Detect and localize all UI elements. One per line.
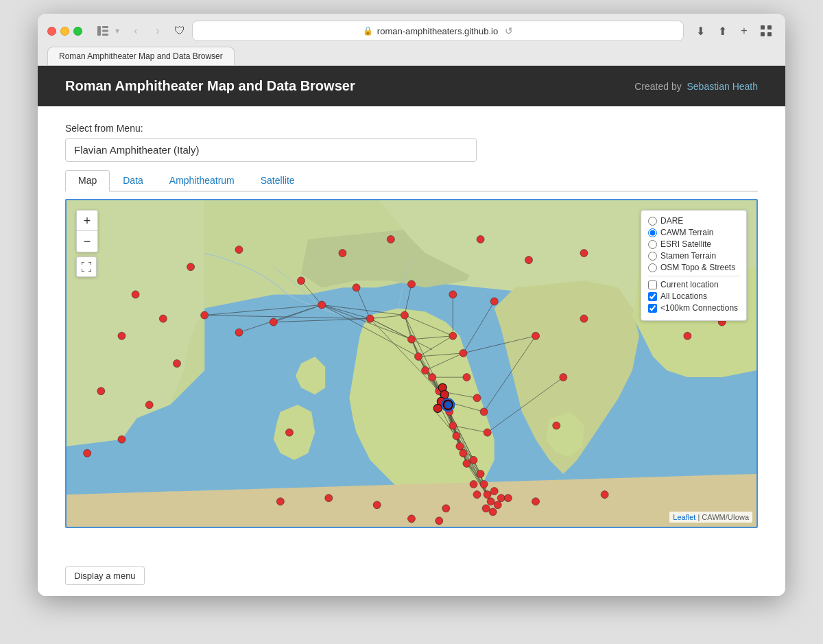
svg-point-114 bbox=[366, 315, 374, 322]
app-content: Select from Menu: Map Data Amphitheatrum… bbox=[38, 106, 785, 556]
svg-point-134 bbox=[480, 408, 488, 416]
back-button[interactable]: ‹ bbox=[126, 21, 145, 40]
layer-option-current-location[interactable]: Current location bbox=[648, 280, 739, 289]
tab-data[interactable]: Data bbox=[110, 170, 156, 191]
layer-option-connections[interactable]: <100km Connections bbox=[648, 303, 739, 313]
svg-point-167 bbox=[532, 332, 540, 339]
zoom-out-button[interactable]: − bbox=[77, 231, 97, 252]
svg-point-130 bbox=[449, 332, 457, 339]
svg-point-173 bbox=[276, 498, 284, 505]
layer-esri-label: ESRI Satellite bbox=[660, 239, 711, 249]
svg-point-160 bbox=[201, 311, 208, 319]
svg-rect-3 bbox=[102, 34, 108, 36]
layer-connections-label: <100km Connections bbox=[660, 303, 738, 313]
shield-icon: 🛡 bbox=[174, 25, 185, 37]
svg-point-168 bbox=[560, 374, 567, 381]
app-header: Roman Amphitheater Map and Data Browser … bbox=[38, 66, 785, 106]
svg-point-119 bbox=[449, 291, 457, 298]
new-tab-button[interactable]: + bbox=[735, 21, 754, 40]
svg-point-165 bbox=[132, 291, 139, 298]
svg-rect-1 bbox=[102, 26, 108, 28]
svg-point-179 bbox=[477, 235, 484, 243]
fullscreen-button[interactable] bbox=[76, 257, 97, 277]
map-container[interactable]: + − DARE CAWM Ter bbox=[65, 199, 758, 528]
svg-point-188 bbox=[84, 449, 91, 457]
svg-point-186 bbox=[97, 387, 105, 395]
tab-amphitheatrum[interactable]: Amphitheatrum bbox=[156, 170, 248, 191]
download-button[interactable]: ⬇ bbox=[691, 21, 710, 40]
svg-point-187 bbox=[118, 436, 126, 443]
app-credit: Created by Sebastian Heath bbox=[634, 81, 758, 92]
svg-point-174 bbox=[442, 505, 450, 512]
app-title: Roman Amphitheater Map and Data Browser bbox=[65, 78, 355, 94]
svg-point-122 bbox=[415, 353, 422, 360]
svg-point-185 bbox=[118, 332, 126, 339]
tab-map[interactable]: Map bbox=[65, 170, 110, 192]
layer-option-osm[interactable]: OSM Topo & Streets bbox=[648, 263, 739, 272]
svg-point-193 bbox=[444, 401, 451, 408]
sidebar-icon[interactable] bbox=[93, 23, 112, 39]
svg-point-154 bbox=[504, 494, 512, 502]
svg-point-183 bbox=[187, 263, 195, 271]
traffic-lights bbox=[47, 27, 82, 36]
svg-point-152 bbox=[470, 481, 477, 488]
location-select-input[interactable] bbox=[65, 138, 477, 162]
layer-all-locations-label: All Locations bbox=[660, 291, 707, 301]
grid-button[interactable] bbox=[756, 21, 776, 40]
display-menu-button[interactable]: Display a menu bbox=[65, 567, 145, 585]
close-window-button[interactable] bbox=[47, 27, 56, 36]
leaflet-link[interactable]: Leaflet bbox=[673, 513, 695, 521]
bottom-bar: Display a menu bbox=[38, 556, 785, 596]
svg-point-169 bbox=[553, 422, 560, 429]
svg-point-156 bbox=[482, 505, 490, 512]
browser-tabs: Roman Amphitheater Map and Data Browser bbox=[47, 47, 776, 65]
svg-point-129 bbox=[453, 432, 460, 440]
map-zoom-controls: + − bbox=[76, 210, 98, 252]
layer-option-stamen[interactable]: Stamen Terrain bbox=[648, 251, 739, 261]
svg-point-128 bbox=[449, 422, 457, 429]
maximize-window-button[interactable] bbox=[73, 27, 82, 36]
minimize-window-button[interactable] bbox=[60, 27, 69, 36]
svg-point-180 bbox=[525, 257, 532, 264]
layer-option-dare[interactable]: DARE bbox=[648, 216, 739, 226]
svg-point-131 bbox=[460, 349, 467, 357]
svg-point-132 bbox=[463, 374, 470, 381]
svg-point-175 bbox=[532, 498, 540, 505]
forward-button[interactable]: › bbox=[148, 21, 167, 40]
layer-divider bbox=[648, 276, 739, 276]
svg-rect-6 bbox=[761, 32, 765, 36]
layer-option-cawm[interactable]: CAWM Terrain bbox=[648, 228, 739, 237]
svg-point-143 bbox=[463, 460, 470, 467]
layer-option-all-locations[interactable]: All Locations bbox=[648, 291, 739, 301]
zoom-in-button[interactable]: + bbox=[77, 211, 97, 231]
svg-point-153 bbox=[473, 491, 481, 499]
address-bar[interactable]: 🔒 roman-amphitheaters.github.io ↺ bbox=[192, 21, 684, 41]
svg-point-162 bbox=[270, 318, 277, 326]
browser-window: ▾ ‹ › 🛡 🔒 roman-amphitheaters.github.io … bbox=[38, 14, 785, 596]
browser-actions: ⬇ ⬆ + bbox=[691, 21, 776, 40]
credit-prefix: Created by bbox=[634, 81, 681, 92]
svg-point-141 bbox=[456, 442, 464, 450]
map-attribution: Leaflet | CAWM/UIowa bbox=[669, 512, 752, 523]
svg-point-116 bbox=[353, 284, 360, 291]
svg-point-176 bbox=[601, 491, 608, 499]
tab-satellite[interactable]: Satellite bbox=[248, 170, 308, 191]
share-button[interactable]: ⬆ bbox=[713, 21, 732, 40]
svg-point-159 bbox=[285, 429, 293, 436]
layer-option-esri[interactable]: ESRI Satellite bbox=[648, 239, 739, 249]
svg-point-145 bbox=[477, 470, 484, 477]
svg-point-123 bbox=[422, 367, 429, 374]
svg-point-120 bbox=[490, 298, 498, 305]
svg-point-139 bbox=[433, 404, 442, 412]
svg-point-150 bbox=[494, 501, 501, 509]
reload-button[interactable]: ↺ bbox=[505, 25, 513, 36]
active-browser-tab[interactable]: Roman Amphitheater Map and Data Browser bbox=[47, 47, 235, 65]
author-link[interactable]: Sebastian Heath bbox=[687, 81, 758, 92]
svg-point-157 bbox=[407, 515, 415, 523]
svg-point-113 bbox=[318, 301, 326, 309]
svg-point-181 bbox=[580, 250, 588, 257]
layer-cawm-label: CAWM Terrain bbox=[660, 228, 713, 237]
browser-titlebar: ▾ ‹ › 🛡 🔒 roman-amphitheaters.github.io … bbox=[47, 21, 776, 41]
sidebar-toggle-button[interactable]: ▾ bbox=[93, 23, 119, 39]
svg-point-135 bbox=[484, 429, 491, 436]
